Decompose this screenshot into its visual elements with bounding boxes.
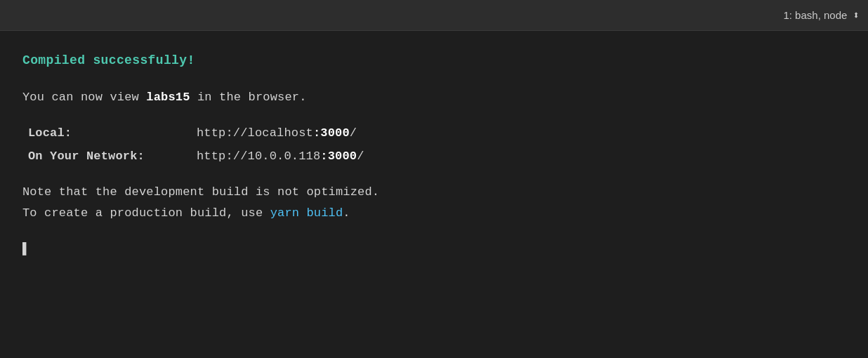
local-url: http://localhost:3000/ [197,124,357,142]
cursor: ▌ [22,242,30,256]
terminal-title: 1: bash, node [783,9,847,21]
note-line2-prefix: To create a production build, use [22,206,270,220]
terminal-selector-icon[interactable]: ⬍ [853,8,860,22]
local-url-row: Local: http://localhost:3000/ [28,124,846,142]
network-url-row: On Your Network: http://10.0.0.118:3000/ [28,147,846,166]
app-name: labs15 [146,91,190,104]
local-url-port: :3000 [313,126,350,140]
cursor-line: ▌ [22,239,846,260]
view-message-line: You can now view labs15 in the browser. [22,88,846,107]
network-url: http://10.0.0.118:3000/ [197,147,364,166]
note-line2-suffix: . [343,206,350,220]
terminal-body: Compiled successfully! You can now view … [0,31,868,279]
compiled-success-message: Compiled successfully! [22,51,846,71]
network-url-suffix: / [357,150,364,163]
urls-block: Local: http://localhost:3000/ On Your Ne… [28,124,846,166]
local-url-prefix: http://localhost [197,126,313,140]
note-block: Note that the development build is not o… [22,183,846,222]
terminal-title-area: 1: bash, node ⬍ [783,8,860,22]
local-label: Local: [28,124,197,142]
yarn-build-link: yarn build [270,206,343,220]
network-label: On Your Network: [28,147,197,166]
terminal-header: 1: bash, node ⬍ [0,0,868,31]
view-prefix: You can now view [22,91,146,104]
network-url-port: :3000 [320,150,357,163]
network-url-prefix: http://10.0.0.118 [197,150,320,163]
view-suffix: in the browser. [190,91,307,104]
note-line-2: To create a production build, use yarn b… [22,204,846,223]
note-line-1: Note that the development build is not o… [22,183,846,201]
local-url-suffix: / [350,126,357,140]
